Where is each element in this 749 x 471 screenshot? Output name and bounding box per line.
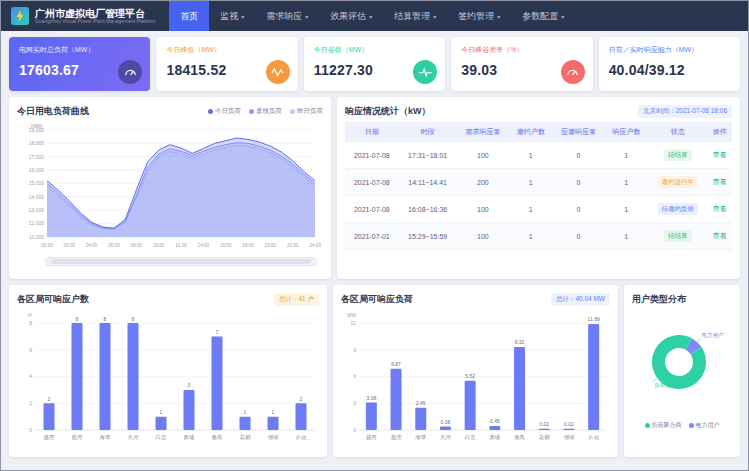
stat-label: 日前／实时响应能力（MW） xyxy=(609,45,730,55)
nav-item-effect-evaluation[interactable]: 效果评估▾ xyxy=(319,1,383,31)
svg-text:04:00: 04:00 xyxy=(86,243,98,248)
load-curve-panel: 今日用电负荷曲线 今日负荷 基线负荷 昨日负荷 (MW)11,00012,000… xyxy=(9,97,331,279)
svg-text:18,000: 18,000 xyxy=(29,140,45,146)
view-link[interactable]: 查看 xyxy=(713,205,727,212)
svg-text:黄埔: 黄埔 xyxy=(184,434,195,440)
nav-label: 结算管理 xyxy=(394,10,430,23)
stat-card-response-capacity: 日前／实时响应能力（MW） 40.04/39.12 xyxy=(599,37,740,91)
panel-title: 今日用电负荷曲线 xyxy=(17,105,89,118)
district-load-panel: 各区局可响应负荷 总计：40.04 MW 036912MW3.08越秀6.87荔… xyxy=(333,285,618,457)
view-link[interactable]: 查看 xyxy=(713,232,727,239)
load-curve-legend: 今日负荷 基线负荷 昨日负荷 xyxy=(208,107,323,116)
main-nav: 首页 监视▾ 需求响应▾ 效果评估▾ 结算管理▾ 签约管理▾ 参数配置▾ xyxy=(169,1,575,31)
table-header-row: 日期 时段 需求响应量 邀约户数 应邀响应量 响应户数 状态 操作 xyxy=(345,122,732,142)
view-link[interactable]: 查看 xyxy=(713,178,727,185)
stat-label: 电网实时总负荷（MW） xyxy=(19,45,140,55)
stat-card-peak-valley-ratio: 今日峰谷差率（%） 39.03 xyxy=(451,37,592,91)
status-badge: 邀约进行中 xyxy=(658,176,699,188)
svg-text:12,000: 12,000 xyxy=(29,220,45,226)
svg-text:19,000: 19,000 xyxy=(29,127,45,133)
nav-label: 效果评估 xyxy=(330,10,366,23)
chevron-down-icon: ▾ xyxy=(561,13,564,20)
legend-item-power-user[interactable]: 电力用户 xyxy=(689,421,720,430)
brand-text: 广州市虚拟电厂管理平台 Guangzhou Virtual Power Plan… xyxy=(35,8,155,25)
chevron-down-icon: ▾ xyxy=(369,13,372,20)
nav-item-monitor[interactable]: 监视▾ xyxy=(209,1,255,31)
cell-period: 17:31~18:01 xyxy=(399,142,457,169)
cell-invited: 1 xyxy=(509,142,552,169)
status-badge: 待结算 xyxy=(664,149,692,161)
panel-title: 各区局可响应负荷 xyxy=(341,293,413,306)
nav-item-parameter-config[interactable]: 参数配置▾ xyxy=(511,1,575,31)
svg-text:10:00: 10:00 xyxy=(153,243,165,248)
legend-item-yesterday[interactable]: 昨日负荷 xyxy=(290,107,323,116)
nav-item-demand-response[interactable]: 需求响应▾ xyxy=(255,1,319,31)
cell-accepted: 0 xyxy=(552,223,605,250)
svg-text:5.52: 5.52 xyxy=(465,373,475,379)
legend-item-today[interactable]: 今日负荷 xyxy=(208,107,241,116)
zoom-slider-handle[interactable] xyxy=(51,259,310,264)
view-link[interactable]: 查看 xyxy=(713,151,727,158)
chevron-down-icon: ▾ xyxy=(241,13,244,20)
status-badge: 待结算 xyxy=(664,230,692,242)
total-badge: 总计：40.04 MW xyxy=(551,293,610,306)
district-users-panel: 各区局可响应户数 总计：41 户 02468户2越秀8荔湾8海珠8天河1白云3黄… xyxy=(9,285,327,457)
total-badge: 总计：41 户 xyxy=(274,293,319,306)
nav-item-settlement[interactable]: 结算管理▾ xyxy=(383,1,447,31)
chevron-down-icon: ▾ xyxy=(305,13,308,20)
svg-text:8: 8 xyxy=(104,316,107,322)
svg-text:9: 9 xyxy=(353,347,356,353)
stat-value: 40.04/39.12 xyxy=(609,62,730,78)
svg-text:22:00: 22:00 xyxy=(287,243,299,248)
chevron-down-icon: ▾ xyxy=(497,13,500,20)
svg-text:天河: 天河 xyxy=(440,434,451,440)
legend-dot xyxy=(249,109,254,114)
legend-dot xyxy=(689,423,694,428)
svg-text:4: 4 xyxy=(29,373,32,379)
legend-item-aggregator[interactable]: 负荷聚合商 xyxy=(645,421,682,430)
user-type-panel: 用户类型分布 电力用户负荷聚合商 负荷聚合商 电力用户 xyxy=(624,285,740,457)
panel-title: 响应情况统计（kW） xyxy=(345,105,431,118)
legend-dot xyxy=(208,109,213,114)
svg-text:3.08: 3.08 xyxy=(366,395,376,401)
legend-dot xyxy=(290,109,295,114)
chart-zoom-slider[interactable] xyxy=(45,257,317,266)
heartbeat-icon xyxy=(413,60,437,84)
cell-accepted: 0 xyxy=(552,142,605,169)
table-row: 2021-07-08 16:08~16:36 100 1 0 1 待邀约反馈 查… xyxy=(345,196,732,223)
response-stats-panel: 响应情况统计（kW） 北京时间：2021-07-08 18:06 日期 时段 需… xyxy=(337,97,740,279)
wave-icon xyxy=(266,60,290,84)
svg-text:11.89: 11.89 xyxy=(588,316,600,322)
svg-text:越秀: 越秀 xyxy=(366,434,377,441)
nav-item-home[interactable]: 首页 xyxy=(169,1,209,31)
svg-text:12:00: 12:00 xyxy=(175,243,187,248)
app-subtitle: Guangzhou Virtual Power Plant Management… xyxy=(35,19,155,25)
svg-text:2: 2 xyxy=(29,400,32,406)
stat-label: 今日谷值（MW） xyxy=(314,45,435,55)
legend-dot xyxy=(645,423,650,428)
svg-text:MW: MW xyxy=(347,312,356,318)
nav-label: 首页 xyxy=(180,10,198,23)
top-nav-bar: 广州市虚拟电厂管理平台 Guangzhou Virtual Power Plan… xyxy=(1,1,748,31)
panel-title: 用户类型分布 xyxy=(632,293,686,306)
svg-text:海珠: 海珠 xyxy=(415,434,426,441)
stat-card-realtime-total-load: 电网实时总负荷（MW） 17603.67 xyxy=(9,37,150,91)
col-demand: 需求响应量 xyxy=(457,122,510,142)
col-invited: 邀约户数 xyxy=(509,122,552,142)
svg-text:13,000: 13,000 xyxy=(29,207,45,213)
svg-text:花都: 花都 xyxy=(240,434,251,441)
nav-item-contract[interactable]: 签约管理▾ xyxy=(447,1,511,31)
svg-text:14,000: 14,000 xyxy=(29,194,45,200)
cell-responded: 1 xyxy=(605,169,648,196)
brand: 广州市虚拟电厂管理平台 Guangzhou Virtual Power Plan… xyxy=(11,7,155,25)
donut-legend: 负荷聚合商 电力用户 xyxy=(632,421,732,430)
svg-text:从化: 从化 xyxy=(296,434,307,441)
legend-item-baseline[interactable]: 基线负荷 xyxy=(249,107,282,116)
cell-demand: 100 xyxy=(457,142,510,169)
cell-demand: 100 xyxy=(457,223,510,250)
nav-label: 需求响应 xyxy=(266,10,302,23)
cell-invited: 1 xyxy=(509,169,552,196)
cell-responded: 1 xyxy=(605,196,648,223)
svg-text:14:00: 14:00 xyxy=(198,243,210,248)
district-users-chart: 02468户2越秀8荔湾8海珠8天河1白云3黄埔7番禺1花都1增城2从化 xyxy=(17,310,319,442)
